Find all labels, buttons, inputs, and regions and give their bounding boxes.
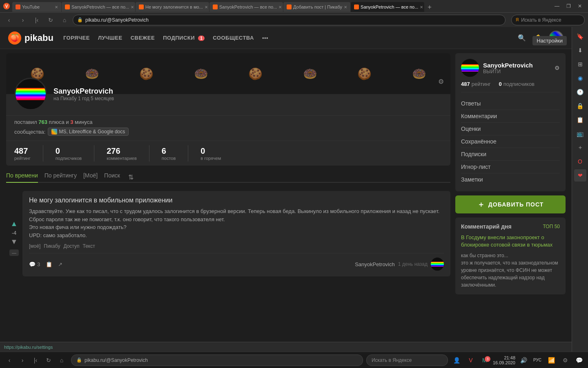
download-icon[interactable]: ⬇ [574, 44, 586, 56]
right-sidebar: SanyokPetrovich ВЫЙТИ ⚙ 487 рейтинг 0 по… [455, 53, 566, 338]
taskbar-back[interactable]: ‹ [3, 354, 16, 366]
clipboard-icon[interactable]: 📋 [574, 114, 586, 126]
taskbar-refresh[interactable]: ↻ [42, 354, 55, 366]
tab-search[interactable]: Поиск [104, 172, 120, 182]
widget-gear-icon[interactable]: ⚙ [555, 65, 560, 71]
add-post-label: ДОБАВИТЬ ПОСТ [488, 201, 543, 208]
top50-link[interactable]: ТОП 50 [543, 224, 560, 229]
taskbar-home[interactable]: ⌂ [56, 354, 68, 366]
nav-communities[interactable]: СООБЩЕСТВА [213, 35, 254, 41]
bookmark-icon[interactable]: 🔖 [574, 30, 586, 43]
opera-red-icon[interactable]: ❤ [574, 169, 586, 182]
taskbar-user-icon[interactable]: 👤 [451, 355, 463, 366]
post-title[interactable]: Не могу залогинится в мобильном приложен… [29, 197, 444, 204]
save-action[interactable]: 📋 [46, 261, 52, 267]
logout-button[interactable]: ВЫЙТИ [483, 69, 533, 74]
community-tag[interactable]: MS, Libreoffice & Google docs [48, 128, 129, 136]
downvote-button[interactable]: ▼ [11, 238, 18, 246]
add-post-button[interactable]: ＋ ДОБАВИТЬ ПОСТ [455, 195, 566, 213]
taskbar-network-icon[interactable]: 📶 [546, 355, 557, 366]
menu-item-ignore[interactable]: Игнор-лист [461, 161, 560, 173]
screen-icon[interactable]: 📺 [574, 128, 586, 140]
user-widget-header: SanyokPetrovich ВЫЙТИ ⚙ [461, 59, 560, 77]
back-button[interactable]: ‹ [3, 14, 15, 26]
window-controls: — ❐ ✕ [552, 1, 585, 11]
tab-close-4[interactable]: ✕ [344, 5, 347, 9]
nav-more[interactable]: ••• [262, 35, 268, 41]
search-icon[interactable]: 🔍 [516, 32, 528, 44]
nav-subscriptions[interactable]: ПОДПИСКИ 1 [163, 35, 205, 41]
share-action[interactable]: ↗ [58, 261, 62, 267]
menu-item-notes[interactable]: Заметки [461, 173, 560, 186]
profile-settings-gear[interactable]: ⚙ [438, 78, 444, 85]
browser-tab-youtube[interactable]: YouTube ✕ [12, 2, 61, 12]
taskbar-vivaldi-icon[interactable]: V [465, 355, 477, 366]
comments-action[interactable]: 💬 3 [29, 261, 40, 267]
menu-item-answers[interactable]: Ответы [461, 97, 560, 110]
refresh-button[interactable]: ↻ [45, 14, 56, 26]
tab-by-time[interactable]: По времени [6, 172, 38, 183]
browser-tab-2[interactable]: Не могу залогинится в мо... ✕ [136, 2, 209, 12]
nav-hot[interactable]: ГОРЯЧЕЕ [63, 35, 90, 41]
taskbar-volume-icon[interactable]: 🔊 [518, 355, 529, 366]
menu-item-ratings[interactable]: Оценки [461, 123, 560, 135]
address-bar[interactable]: 🔒 pikabu.ru/@SanyokPetrovich [73, 15, 506, 25]
lock-icon[interactable]: 🔒 [574, 100, 586, 112]
plus-icon[interactable]: ＋ [574, 141, 586, 154]
taskbar-chat-icon[interactable]: 💬 [573, 355, 585, 366]
close-button[interactable]: ✕ [575, 1, 585, 11]
tab-by-rating[interactable]: По рейтингу [45, 172, 77, 182]
tab-close-5[interactable]: ✕ [420, 5, 423, 9]
browser-tab-1[interactable]: SanyokPetrovich — все по... ✕ [62, 2, 135, 12]
taskbar-forward[interactable]: › [16, 354, 29, 366]
tag-pikabu[interactable]: Пикабу [44, 243, 60, 249]
taskbar-keyboard-icon[interactable]: РУС [532, 355, 543, 366]
tab-close-3[interactable]: ✕ [278, 5, 282, 9]
history-icon[interactable]: 🕐 [574, 86, 586, 98]
taskbar-addr-box[interactable]: 🔒 pikabu.ru/@SanyokPetrovich [71, 355, 363, 366]
main-column: 🍪 🍩 🍪 🍩 🍪 🍩 🍪 🍩 [6, 53, 450, 338]
browser-tab-3[interactable]: SanyokPetrovich — все по... ✕ [209, 2, 283, 12]
comment-day-link[interactable]: В Госдуму внесли законопроект о блокиров… [461, 234, 560, 249]
stat-subscribers-label: подписчиков [56, 156, 82, 161]
tag-access[interactable]: Доступ [63, 243, 79, 249]
post-footer: 💬 3 📋 ↗ Sanyo [29, 253, 444, 271]
taskbar-skip[interactable]: |‹ [29, 354, 42, 366]
taskbar-settings-icon[interactable]: ⚙ [559, 355, 571, 366]
post-author: SanyokPetrovich 1 день назад [355, 258, 444, 271]
pikabu-logo[interactable]: 🍑 pikabu [8, 31, 53, 45]
restore-button[interactable]: ❐ [564, 1, 573, 11]
browser-tab-5-active[interactable]: SanyokPetrovich — все по... ✕ [351, 2, 424, 12]
nav-fresh[interactable]: СВЕЖЕЕ [131, 35, 155, 41]
save-icon: 📋 [46, 261, 52, 267]
new-tab-button[interactable]: ＋ [425, 2, 434, 12]
extensions-icon[interactable]: ⊞ [574, 58, 586, 70]
status-bar: https://pikabu.ru/settings [0, 342, 572, 352]
yandex-icon: Я [516, 18, 519, 22]
browser-tab-4[interactable]: Добавить пост | Пикабу ✕ [283, 2, 350, 12]
tab-my[interactable]: [Моё] [83, 172, 98, 182]
nav-best[interactable]: ЛУЧШЕЕ [98, 35, 122, 41]
taskbar-search-box[interactable]: Искать в Яндексе [366, 355, 448, 366]
upvote-button[interactable]: ▲ [11, 220, 18, 228]
tab-close-2[interactable]: ✕ [205, 5, 208, 9]
post-author-time: 1 день назад [398, 261, 428, 267]
tab-close-youtube[interactable]: ✕ [55, 5, 58, 9]
skip-button[interactable]: |‹ [31, 14, 42, 26]
home-button[interactable]: ⌂ [59, 14, 70, 26]
forward-button[interactable]: › [17, 14, 29, 26]
menu-item-comments[interactable]: Комментарии [461, 110, 560, 123]
edge-icon[interactable]: ◉ [574, 72, 586, 84]
menu-item-subscriptions[interactable]: Подписки [461, 148, 560, 161]
search-bar[interactable]: Я Искать в Яндексе [511, 15, 585, 25]
vote-count: -4 [12, 230, 17, 236]
plus-text: поставил [14, 119, 37, 125]
opera-icon[interactable]: O [574, 155, 586, 168]
minimize-button[interactable]: — [552, 1, 562, 11]
community-name: MS, Libreoffice & Google docs [59, 129, 125, 135]
sort-icon[interactable]: ⇅ [128, 173, 134, 181]
tag-text[interactable]: Текст [82, 243, 95, 249]
tag-my[interactable]: [моё] [29, 243, 40, 249]
menu-item-saved[interactable]: Сохранённое [461, 135, 560, 148]
tab-close-1[interactable]: ✕ [131, 5, 134, 9]
